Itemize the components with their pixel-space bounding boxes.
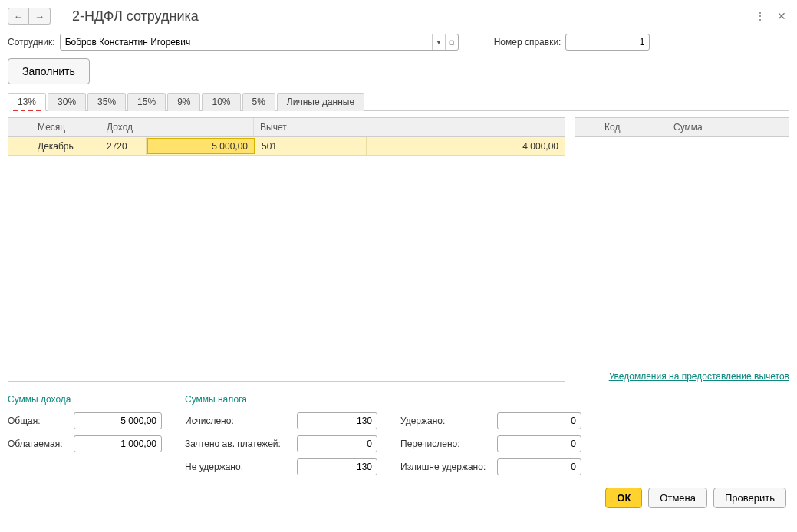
cell-income-code[interactable]: 2720 bbox=[100, 137, 147, 155]
side-gutter-header bbox=[575, 118, 598, 136]
cell-month[interactable]: Декабрь bbox=[31, 137, 100, 155]
tab-5[interactable]: 5% bbox=[242, 93, 275, 111]
grid-row[interactable]: Декабрь 2720 5 000,00 501 4 000,00 bbox=[8, 137, 565, 156]
ref-number-label: Номер справки: bbox=[494, 37, 562, 48]
tab-10[interactable]: 10% bbox=[202, 93, 240, 111]
tab-personal[interactable]: Личные данные bbox=[277, 93, 364, 111]
employee-label: Сотрудник: bbox=[8, 37, 55, 48]
transferred-input[interactable] bbox=[497, 435, 581, 452]
not-withheld-label: Не удержано: bbox=[185, 461, 292, 472]
grid-header-deduction: Вычет bbox=[254, 118, 565, 136]
cell-deduct-amount[interactable]: 4 000,00 bbox=[367, 137, 565, 155]
not-withheld-input[interactable] bbox=[297, 458, 377, 475]
total-label: Общая: bbox=[8, 415, 69, 426]
excess-input[interactable] bbox=[497, 458, 581, 475]
side-header-sum: Сумма bbox=[667, 118, 789, 136]
cancel-button[interactable]: Отмена bbox=[648, 488, 707, 508]
income-sums-title: Суммы дохода bbox=[8, 394, 162, 405]
row-gutter bbox=[8, 137, 31, 155]
advance-input[interactable] bbox=[297, 435, 377, 452]
withheld-label: Удержано: bbox=[400, 415, 492, 426]
calculated-input[interactable] bbox=[297, 412, 377, 429]
nav-back-button[interactable]: ← bbox=[8, 8, 29, 25]
calculated-label: Исчислено: bbox=[185, 415, 292, 426]
excess-label: Излишне удержано: bbox=[400, 461, 492, 472]
dropdown-icon[interactable]: ▼ bbox=[432, 34, 445, 50]
notifications-link[interactable]: Уведомления на предоставление вычетов bbox=[575, 366, 789, 382]
tax-sums-title: Суммы налога bbox=[185, 394, 377, 405]
grid-header-month: Месяц bbox=[31, 118, 100, 136]
transferred-label: Перечислено: bbox=[400, 438, 492, 449]
page-title: 2-НДФЛ сотрудника bbox=[72, 8, 746, 25]
taxable-label: Облагаемая: bbox=[8, 438, 69, 449]
ref-number-input[interactable] bbox=[565, 34, 650, 51]
side-header-code: Код bbox=[598, 118, 667, 136]
tab-13[interactable]: 13% bbox=[8, 93, 46, 111]
taxable-input[interactable] bbox=[74, 435, 162, 452]
tab-30[interactable]: 30% bbox=[48, 93, 86, 111]
cell-income-amount[interactable]: 5 000,00 bbox=[147, 138, 255, 154]
deductions-grid[interactable]: Код Сумма bbox=[575, 117, 789, 366]
tabs: 13% 30% 35% 15% 9% 10% 5% Личные данные bbox=[8, 92, 789, 111]
tab-35[interactable]: 35% bbox=[87, 93, 126, 111]
tab-15[interactable]: 15% bbox=[127, 93, 166, 111]
advance-label: Зачтено ав. платежей: bbox=[185, 438, 292, 449]
employee-combo[interactable]: ▼ ▢ bbox=[60, 34, 459, 51]
nav-forward-button[interactable]: → bbox=[29, 8, 51, 25]
open-icon[interactable]: ▢ bbox=[445, 34, 458, 50]
total-input[interactable] bbox=[74, 412, 162, 429]
tab-9[interactable]: 9% bbox=[167, 93, 200, 111]
withheld-input[interactable] bbox=[497, 412, 581, 429]
more-icon[interactable]: ⋮ bbox=[753, 8, 768, 24]
close-icon[interactable]: ✕ bbox=[774, 8, 789, 24]
grid-header-income: Доход bbox=[100, 118, 254, 136]
income-grid[interactable]: Месяц Доход Вычет Декабрь 2720 5 000,00 … bbox=[8, 117, 565, 382]
fill-button[interactable]: Заполнить bbox=[8, 58, 90, 84]
spacer-title bbox=[400, 394, 581, 405]
employee-input[interactable] bbox=[61, 34, 432, 50]
check-button[interactable]: Проверить bbox=[713, 488, 786, 508]
grid-gutter-header bbox=[8, 118, 31, 136]
cell-deduct-code[interactable]: 501 bbox=[255, 137, 367, 155]
ok-button[interactable]: ОК bbox=[605, 488, 642, 508]
